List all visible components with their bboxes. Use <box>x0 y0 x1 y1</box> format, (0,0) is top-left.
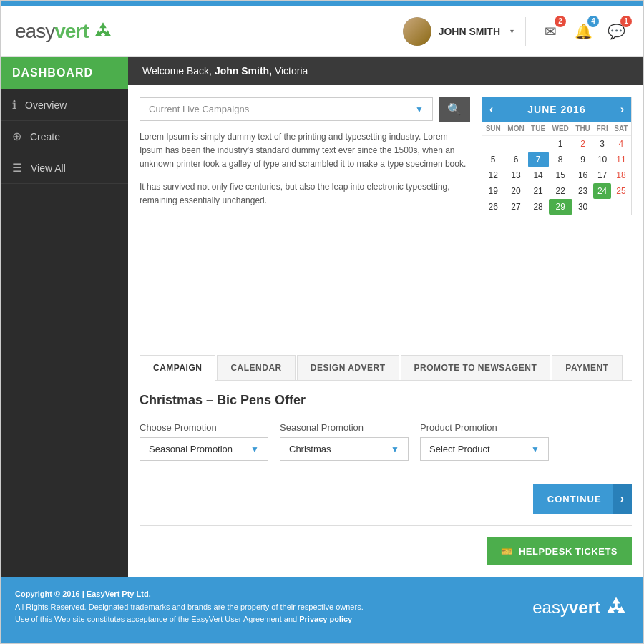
sidebar-header: DASHBOARD <box>1 57 128 89</box>
form-row: Choose Promotion Seasonal Promotion ▼ Se… <box>140 422 632 461</box>
info-icon: ℹ <box>12 98 16 112</box>
sidebar-item-overview[interactable]: ℹ Overview <box>1 89 128 121</box>
user-profile[interactable]: JOHN SMITH ▾ <box>403 17 526 46</box>
seasonal-promotion-label: Seasonal Promotion <box>280 422 409 433</box>
calendar-day[interactable]: 2 <box>572 136 594 152</box>
header: easyvert JOHN SMITH ▾ ✉ 2 <box>1 6 643 57</box>
sidebar-item-viewall[interactable]: ☰ View All <box>1 152 128 184</box>
right-content: Welcome Back, John Smith, Victoria Curre… <box>128 57 643 577</box>
calendar-day[interactable]: 10 <box>593 152 610 167</box>
calendar-day[interactable]: 13 <box>504 167 527 183</box>
cal-day-fri: FRI <box>593 122 610 136</box>
calendar-day[interactable]: 16 <box>572 167 594 183</box>
logo: easyvert <box>15 20 114 43</box>
search-icon: 🔍 <box>447 102 462 116</box>
cal-day-thu: THU <box>572 122 594 136</box>
calendar-day <box>504 136 527 152</box>
cal-day-mon: MON <box>504 122 527 136</box>
calendar-day[interactable]: 21 <box>528 183 549 199</box>
cal-day-sat: SAT <box>611 122 631 136</box>
calendar-week-0: 1234 <box>482 136 631 152</box>
chat-icon-button[interactable]: 💬 1 <box>603 19 629 44</box>
product-promotion-select[interactable]: Select Product ▼ <box>420 437 549 461</box>
welcome-text: Welcome Back, <box>142 65 215 77</box>
left-panel: Current Live Campaigns ▼ 🔍 Lorem Ipsum i… <box>140 97 470 343</box>
calendar-day[interactable]: 8 <box>549 152 572 167</box>
calendar-next-button[interactable]: › <box>620 103 624 116</box>
footer-logo: easyvert <box>532 595 629 620</box>
calendar-day[interactable]: 15 <box>549 167 572 183</box>
calendar-day[interactable]: 19 <box>482 183 504 199</box>
calendar-prev-button[interactable]: ‹ <box>489 103 493 116</box>
footer-line2: All Rights Reserved. Designated trademar… <box>15 601 364 614</box>
cal-day-sun: SUN <box>482 122 504 136</box>
email-icon-button[interactable]: ✉ 2 <box>537 19 563 44</box>
calendar-day[interactable]: 9 <box>572 152 594 167</box>
seasonal-promotion-select[interactable]: Christmas ▼ <box>280 437 409 461</box>
tab-calendar[interactable]: CALENDAR <box>217 355 295 380</box>
list-icon: ☰ <box>12 161 22 175</box>
email-icon: ✉ <box>545 23 557 40</box>
body-para2: It has survived not only five centuries,… <box>140 180 470 208</box>
privacy-policy-link[interactable]: Privacy policy <box>299 615 352 623</box>
body-text: Lorem Ipsum is simply dummy text of the … <box>140 130 470 216</box>
campaign-section: Christmas – Bic Pens Offer Choose Promot… <box>128 381 643 472</box>
footer-line1: Copyright © 2016 | EasyVert Pty Ltd. <box>15 588 364 601</box>
header-icons: ✉ 2 🔔 4 💬 1 <box>537 19 629 44</box>
calendar-day[interactable]: 6 <box>504 152 527 167</box>
sidebar-item-viewall-label: View All <box>31 162 66 174</box>
calendar-day[interactable]: 5 <box>482 152 504 167</box>
calendar-day <box>611 199 631 215</box>
continue-row: CONTINUE › <box>128 472 643 525</box>
tab-payment[interactable]: PAYMENT <box>552 355 622 380</box>
calendar-day[interactable]: 17 <box>593 167 610 183</box>
calendar-day[interactable]: 12 <box>482 167 504 183</box>
campaign-dropdown-arrow: ▼ <box>415 104 424 114</box>
sidebar-item-create[interactable]: ⊕ Create <box>1 121 128 152</box>
product-promotion-group: Product Promotion Select Product ▼ <box>420 422 549 461</box>
dropdown-row: Current Live Campaigns ▼ 🔍 <box>140 97 470 122</box>
avatar-image <box>403 17 431 46</box>
calendar-day[interactable]: 27 <box>504 199 527 215</box>
calendar-day[interactable]: 23 <box>572 183 594 199</box>
calendar-day[interactable]: 22 <box>549 183 572 199</box>
calendar-day[interactable]: 20 <box>504 183 527 199</box>
calendar-day[interactable]: 24 <box>593 183 610 199</box>
logo-icon <box>92 20 114 43</box>
calendar-day[interactable]: 18 <box>611 167 631 183</box>
calendar-day[interactable]: 7 <box>528 152 549 167</box>
user-dropdown-icon[interactable]: ▾ <box>510 27 514 35</box>
calendar-day[interactable]: 3 <box>593 136 610 152</box>
tab-promotenewsagent[interactable]: PROMOTE TO NEWSAGENT <box>401 355 551 380</box>
bell-icon-button[interactable]: 🔔 4 <box>570 19 596 44</box>
calendar-week-4: 2627282930 <box>482 199 631 215</box>
calendar-day[interactable]: 14 <box>528 167 549 183</box>
choose-promotion-arrow-icon: ▼ <box>250 444 259 454</box>
header-right: JOHN SMITH ▾ ✉ 2 🔔 4 💬 1 <box>403 17 629 46</box>
plus-circle-icon: ⊕ <box>12 130 21 143</box>
calendar-day[interactable]: 30 <box>572 199 594 215</box>
campaign-dropdown[interactable]: Current Live Campaigns ▼ <box>140 97 433 121</box>
main-content: DASHBOARD ℹ Overview ⊕ Create ☰ View All… <box>1 57 643 577</box>
helpdesk-row: 🎫 HELPDESK TICKETS <box>128 526 643 577</box>
continue-button[interactable]: CONTINUE › <box>533 484 632 514</box>
calendar-week-1: 567891011 <box>482 152 631 167</box>
welcome-name: John Smith, <box>215 65 272 77</box>
calendar-day[interactable]: 4 <box>611 136 631 152</box>
calendar-panel: ‹ JUNE 2016 › SUN MON TUE WED <box>482 97 632 343</box>
tab-designadvert[interactable]: DESIGN ADVERT <box>297 355 399 380</box>
helpdesk-button[interactable]: 🎫 HELPDESK TICKETS <box>487 537 632 565</box>
calendar-day[interactable]: 28 <box>528 199 549 215</box>
calendar-day[interactable]: 11 <box>611 152 631 167</box>
cal-day-tue: TUE <box>528 122 549 136</box>
calendar-day[interactable]: 25 <box>611 183 631 199</box>
footer: Copyright © 2016 | EasyVert Pty Ltd. All… <box>1 577 643 638</box>
choose-promotion-select[interactable]: Seasonal Promotion ▼ <box>140 437 268 461</box>
calendar-day[interactable]: 1 <box>549 136 572 152</box>
calendar-day[interactable]: 29 <box>549 199 572 215</box>
seasonal-promotion-group: Seasonal Promotion Christmas ▼ <box>280 422 409 461</box>
tab-campaign[interactable]: CAMPAIGN <box>140 355 215 381</box>
calendar-day[interactable]: 26 <box>482 199 504 215</box>
search-button[interactable]: 🔍 <box>439 97 470 122</box>
sidebar-item-create-label: Create <box>30 131 60 142</box>
